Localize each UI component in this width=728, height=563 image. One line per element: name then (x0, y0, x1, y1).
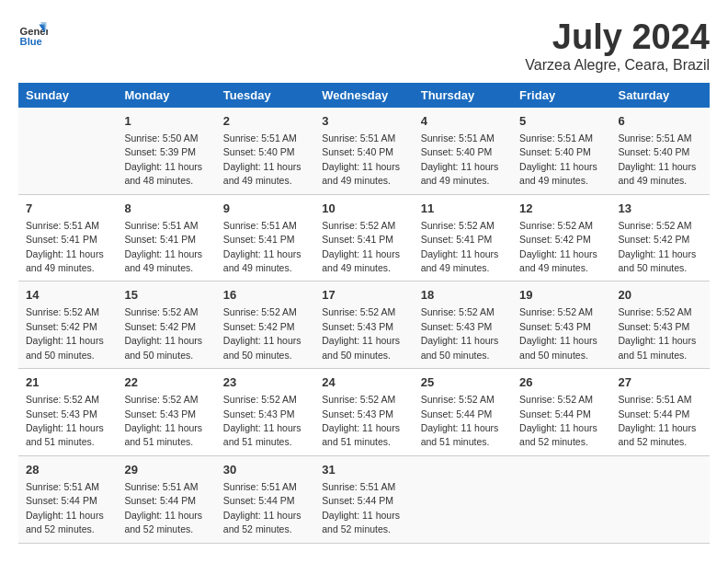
calendar-cell: 21Sunrise: 5:52 AM Sunset: 5:43 PM Dayli… (18, 369, 117, 456)
day-number: 20 (619, 287, 702, 304)
calendar-cell: 4Sunrise: 5:51 AM Sunset: 5:40 PM Daylig… (414, 108, 512, 194)
weekday-header-monday: Monday (117, 83, 215, 108)
calendar-cell: 12Sunrise: 5:52 AM Sunset: 5:42 PM Dayli… (512, 194, 610, 282)
calendar-cell: 14Sunrise: 5:52 AM Sunset: 5:42 PM Dayli… (18, 282, 117, 369)
calendar-cell: 10Sunrise: 5:52 AM Sunset: 5:41 PM Dayli… (314, 194, 413, 282)
day-number: 1 (124, 113, 208, 130)
main-title: July 2024 (525, 18, 710, 57)
day-number: 8 (124, 201, 208, 217)
calendar-cell: 30Sunrise: 5:51 AM Sunset: 5:44 PM Dayli… (216, 455, 314, 543)
calendar-cell: 3Sunrise: 5:51 AM Sunset: 5:40 PM Daylig… (314, 108, 413, 194)
calendar-cell: 13Sunrise: 5:52 AM Sunset: 5:42 PM Dayli… (611, 194, 710, 282)
day-info: Sunrise: 5:51 AM Sunset: 5:44 PM Dayligh… (26, 481, 104, 534)
day-number: 5 (519, 113, 603, 130)
calendar-week-row: 21Sunrise: 5:52 AM Sunset: 5:43 PM Dayli… (18, 369, 710, 456)
calendar-cell: 22Sunrise: 5:52 AM Sunset: 5:43 PM Dayli… (117, 369, 215, 456)
day-info: Sunrise: 5:51 AM Sunset: 5:44 PM Dayligh… (124, 481, 202, 534)
logo: General Blue (18, 18, 48, 48)
day-number: 18 (421, 287, 505, 304)
calendar-week-row: 28Sunrise: 5:51 AM Sunset: 5:44 PM Dayli… (18, 455, 710, 543)
weekday-header-tuesday: Tuesday (216, 83, 314, 108)
day-info: Sunrise: 5:51 AM Sunset: 5:44 PM Dayligh… (223, 481, 301, 534)
day-info: Sunrise: 5:52 AM Sunset: 5:41 PM Dayligh… (421, 220, 499, 273)
calendar-cell: 7Sunrise: 5:51 AM Sunset: 5:41 PM Daylig… (18, 194, 117, 282)
day-info: Sunrise: 5:50 AM Sunset: 5:39 PM Dayligh… (124, 132, 202, 186)
calendar-cell: 11Sunrise: 5:52 AM Sunset: 5:41 PM Dayli… (414, 194, 512, 282)
title-area: July 2024 Varzea Alegre, Ceara, Brazil (525, 18, 710, 74)
day-number: 3 (322, 113, 405, 130)
day-info: Sunrise: 5:51 AM Sunset: 5:41 PM Dayligh… (124, 220, 202, 273)
day-info: Sunrise: 5:51 AM Sunset: 5:44 PM Dayligh… (322, 481, 400, 534)
day-number: 11 (421, 201, 505, 217)
day-number: 13 (619, 201, 702, 217)
calendar-cell: 9Sunrise: 5:51 AM Sunset: 5:41 PM Daylig… (216, 194, 314, 282)
calendar-cell (512, 455, 610, 543)
calendar-cell: 19Sunrise: 5:52 AM Sunset: 5:43 PM Dayli… (512, 282, 610, 369)
calendar-week-row: 14Sunrise: 5:52 AM Sunset: 5:42 PM Dayli… (18, 282, 710, 369)
calendar-cell: 15Sunrise: 5:52 AM Sunset: 5:42 PM Dayli… (117, 282, 215, 369)
day-info: Sunrise: 5:52 AM Sunset: 5:43 PM Dayligh… (421, 306, 499, 360)
calendar-cell: 24Sunrise: 5:52 AM Sunset: 5:43 PM Dayli… (314, 369, 413, 456)
day-number: 15 (124, 287, 208, 304)
calendar-week-row: 7Sunrise: 5:51 AM Sunset: 5:41 PM Daylig… (18, 194, 710, 282)
day-info: Sunrise: 5:52 AM Sunset: 5:42 PM Dayligh… (124, 306, 202, 360)
day-number: 23 (223, 374, 307, 391)
day-number: 30 (223, 462, 307, 478)
day-info: Sunrise: 5:52 AM Sunset: 5:43 PM Dayligh… (519, 306, 597, 360)
day-number: 12 (519, 201, 603, 217)
calendar-cell: 8Sunrise: 5:51 AM Sunset: 5:41 PM Daylig… (117, 194, 215, 282)
day-number: 16 (223, 287, 307, 304)
day-number: 4 (421, 113, 505, 130)
subtitle: Varzea Alegre, Ceara, Brazil (525, 57, 710, 74)
svg-text:Blue: Blue (20, 36, 42, 47)
day-info: Sunrise: 5:52 AM Sunset: 5:44 PM Dayligh… (519, 394, 597, 447)
header: General Blue July 2024 Varzea Alegre, Ce… (18, 18, 710, 74)
day-number: 24 (322, 374, 405, 391)
day-number: 25 (421, 374, 505, 391)
day-info: Sunrise: 5:52 AM Sunset: 5:43 PM Dayligh… (322, 306, 400, 360)
weekday-header-row: SundayMondayTuesdayWednesdayThursdayFrid… (18, 83, 710, 108)
logo-icon: General Blue (18, 18, 48, 48)
calendar-cell (18, 108, 117, 194)
day-info: Sunrise: 5:52 AM Sunset: 5:43 PM Dayligh… (223, 394, 301, 447)
day-info: Sunrise: 5:51 AM Sunset: 5:41 PM Dayligh… (26, 220, 104, 273)
weekday-header-wednesday: Wednesday (314, 83, 413, 108)
day-info: Sunrise: 5:52 AM Sunset: 5:42 PM Dayligh… (223, 306, 301, 360)
calendar-cell: 17Sunrise: 5:52 AM Sunset: 5:43 PM Dayli… (314, 282, 413, 369)
day-number: 6 (619, 113, 702, 130)
calendar-cell (414, 455, 512, 543)
calendar-cell: 1Sunrise: 5:50 AM Sunset: 5:39 PM Daylig… (117, 108, 215, 194)
day-info: Sunrise: 5:52 AM Sunset: 5:43 PM Dayligh… (322, 394, 400, 447)
day-info: Sunrise: 5:51 AM Sunset: 5:40 PM Dayligh… (223, 132, 301, 186)
weekday-header-thursday: Thursday (414, 83, 512, 108)
day-number: 28 (26, 462, 109, 478)
day-info: Sunrise: 5:52 AM Sunset: 5:42 PM Dayligh… (26, 306, 104, 360)
calendar-cell: 6Sunrise: 5:51 AM Sunset: 5:40 PM Daylig… (611, 108, 710, 194)
day-number: 31 (322, 462, 405, 478)
day-number: 22 (124, 374, 208, 391)
day-info: Sunrise: 5:51 AM Sunset: 5:40 PM Dayligh… (322, 132, 400, 186)
day-number: 29 (124, 462, 208, 478)
day-number: 19 (519, 287, 603, 304)
day-info: Sunrise: 5:52 AM Sunset: 5:42 PM Dayligh… (619, 220, 697, 273)
calendar-cell: 2Sunrise: 5:51 AM Sunset: 5:40 PM Daylig… (216, 108, 314, 194)
day-info: Sunrise: 5:52 AM Sunset: 5:41 PM Dayligh… (322, 220, 400, 273)
calendar-cell: 25Sunrise: 5:52 AM Sunset: 5:44 PM Dayli… (414, 369, 512, 456)
day-number: 14 (26, 287, 109, 304)
calendar-cell: 28Sunrise: 5:51 AM Sunset: 5:44 PM Dayli… (18, 455, 117, 543)
day-number: 10 (322, 201, 405, 217)
day-info: Sunrise: 5:51 AM Sunset: 5:40 PM Dayligh… (519, 132, 597, 186)
day-number: 21 (26, 374, 109, 391)
calendar-cell: 18Sunrise: 5:52 AM Sunset: 5:43 PM Dayli… (414, 282, 512, 369)
calendar-cell: 27Sunrise: 5:51 AM Sunset: 5:44 PM Dayli… (611, 369, 710, 456)
calendar-cell: 23Sunrise: 5:52 AM Sunset: 5:43 PM Dayli… (216, 369, 314, 456)
day-info: Sunrise: 5:52 AM Sunset: 5:43 PM Dayligh… (26, 394, 104, 447)
calendar-week-row: 1Sunrise: 5:50 AM Sunset: 5:39 PM Daylig… (18, 108, 710, 194)
calendar-cell: 31Sunrise: 5:51 AM Sunset: 5:44 PM Dayli… (314, 455, 413, 543)
day-info: Sunrise: 5:52 AM Sunset: 5:43 PM Dayligh… (124, 394, 202, 447)
calendar-cell: 5Sunrise: 5:51 AM Sunset: 5:40 PM Daylig… (512, 108, 610, 194)
day-info: Sunrise: 5:51 AM Sunset: 5:41 PM Dayligh… (223, 220, 301, 273)
day-number: 17 (322, 287, 405, 304)
weekday-header-saturday: Saturday (611, 83, 710, 108)
calendar-cell: 20Sunrise: 5:52 AM Sunset: 5:43 PM Dayli… (611, 282, 710, 369)
